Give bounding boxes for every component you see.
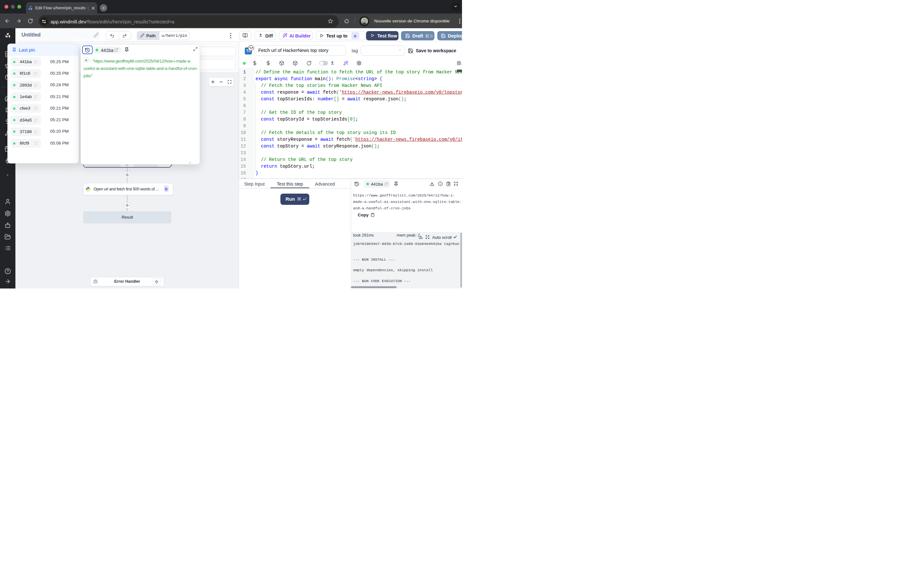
svg-text:S: S — [430, 34, 433, 39]
